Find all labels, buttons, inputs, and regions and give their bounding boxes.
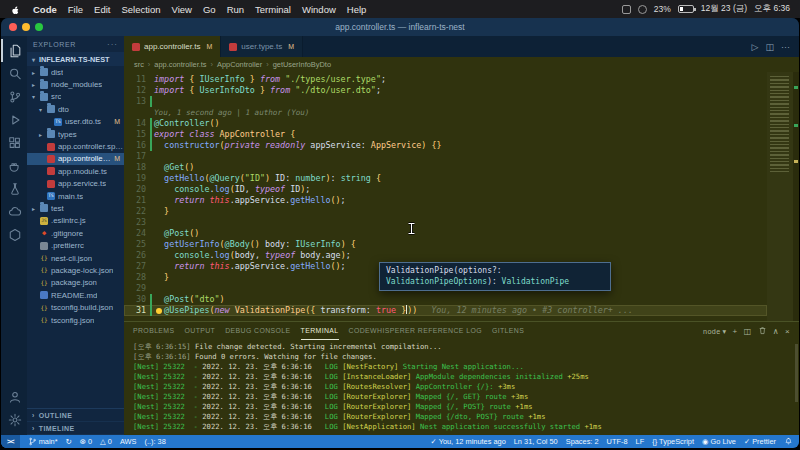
terminal[interactable]: [오후 6:36:15] File change detected. Start…	[124, 340, 799, 435]
docker-icon[interactable]	[1, 154, 27, 177]
terminal-profile-select[interactable]: node ▾	[703, 327, 727, 336]
status-0[interactable]: △0	[100, 437, 112, 446]
tree-item-dist[interactable]: ▸dist	[27, 66, 124, 78]
status-lf[interactable]: LF	[636, 437, 645, 446]
panel-tab-codewhisperer-reference-log[interactable]: CODEWHISPERER REFERENCE LOG	[349, 322, 482, 340]
menu-window[interactable]: Window	[302, 4, 336, 15]
code-line[interactable]: 14@Controller()	[124, 118, 767, 129]
more-actions-icon[interactable]: ···	[107, 40, 118, 49]
tree-item-prettierrc[interactable]: .prettierrc	[27, 239, 124, 251]
status-ln-31-col-50[interactable]: Ln 31, Col 50	[514, 437, 558, 446]
code-line[interactable]: 22 }	[124, 206, 767, 217]
overview-ruler[interactable]	[793, 72, 799, 321]
code-area[interactable]: 11import { IUserInfo } from "./types/use…	[124, 72, 767, 321]
breadcrumb-item-app-controller-ts[interactable]: app.controller.ts	[154, 60, 206, 69]
menu-go[interactable]: Go	[203, 4, 216, 15]
code-line[interactable]: 26 console.log(body, typeof body.age);	[124, 250, 767, 261]
code-line[interactable]: 11import { IUserInfo } from "./types/use…	[124, 74, 767, 85]
breadcrumb-item-getuserinfobydto[interactable]: getUserInfoByDto	[273, 60, 331, 69]
code-line[interactable]: 15export class AppController {	[124, 129, 767, 140]
menu-code[interactable]: Code	[33, 4, 57, 15]
section-timeline[interactable]: ›TIMELINE	[27, 422, 124, 435]
tab-user-type-ts[interactable]: user.type.tsM	[221, 36, 303, 57]
minimap[interactable]	[767, 72, 793, 321]
lightbulb-icon[interactable]	[156, 308, 162, 314]
source-control-icon[interactable]	[1, 85, 27, 108]
split-terminal-icon[interactable]: ◫	[744, 327, 752, 336]
tree-item-app-service-ts[interactable]: app.service.ts	[27, 178, 124, 190]
tree-item-app-module-ts[interactable]: app.module.ts	[27, 165, 124, 177]
kill-terminal-icon[interactable]	[758, 326, 767, 337]
split-editor-icon[interactable]: ◫	[765, 42, 774, 52]
new-terminal-icon[interactable]: +	[733, 327, 738, 336]
menubar-status-icon[interactable]	[638, 5, 647, 14]
panel-tab-debug-console[interactable]: DEBUG CONSOLE	[225, 322, 290, 340]
menu-terminal[interactable]: Terminal	[255, 4, 291, 15]
run-icon[interactable]: ▷	[752, 42, 759, 52]
status-go-live[interactable]: ◉Go Live	[702, 437, 736, 446]
status-0[interactable]: ⊗0	[80, 437, 92, 446]
panel-tab-gitlens[interactable]: GITLENS	[492, 322, 524, 340]
zoom-button[interactable]	[35, 23, 43, 31]
status-prettier[interactable]: ✓Prettier	[744, 437, 776, 446]
settings-icon[interactable]	[1, 408, 27, 431]
menu-run[interactable]: Run	[227, 4, 244, 15]
terminal-scrollbar[interactable]	[795, 344, 798, 402]
menu-view[interactable]: View	[172, 4, 192, 15]
tree-item-eslintrc-js[interactable]: JS.eslintrc.js	[27, 215, 124, 227]
aws-icon[interactable]	[1, 200, 27, 223]
search-icon[interactable]	[1, 62, 27, 85]
tree-item-readme-md[interactable]: README.md	[27, 289, 124, 301]
code-line[interactable]: 17	[124, 151, 767, 162]
editor[interactable]: 11import { IUserInfo } from "./types/use…	[124, 72, 799, 321]
section-outline[interactable]: ›OUTLINE	[27, 409, 124, 422]
close-button[interactable]	[9, 23, 17, 31]
run-debug-icon[interactable]	[1, 108, 27, 131]
code-line[interactable]: 25 getUserInfo(@Body() body: IUserInfo) …	[124, 239, 767, 250]
tree-item-app-controller-spec-ts[interactable]: app.controller.spec.ts	[27, 140, 124, 152]
panel-tab-output[interactable]: OUTPUT	[185, 322, 216, 340]
menu-edit[interactable]: Edit	[94, 4, 110, 15]
code-line[interactable]: 13	[124, 96, 767, 107]
code-line[interactable]: 23	[124, 217, 767, 228]
code-line[interactable]: 21 return this.appService.getHello();	[124, 195, 767, 206]
close-panel-icon[interactable]: ×	[785, 327, 790, 336]
codelens-row[interactable]: You, 1 second ago | 1 author (You)	[124, 107, 767, 118]
status-you-12-minutes-ago[interactable]: ✓You, 12 minutes ago	[430, 437, 505, 446]
more-actions-icon[interactable]: ···	[781, 42, 790, 52]
tab-app-controller-ts[interactable]: app.controller.tsM	[124, 36, 221, 57]
tree-item-tsconfig-json[interactable]: {}tsconfig.json	[27, 314, 124, 326]
tree-item-gitignore[interactable]: ◆.gitignore	[27, 227, 124, 239]
menu-file[interactable]: File	[68, 4, 83, 15]
testing-icon[interactable]	[1, 177, 27, 200]
tree-item-package-json[interactable]: {}package.json	[27, 277, 124, 289]
panel-tab-problems[interactable]: PROBLEMS	[133, 322, 175, 340]
status-38[interactable]: (..): 38	[144, 437, 165, 446]
status-main[interactable]: main*	[28, 437, 58, 446]
menu-selection[interactable]: Selection	[121, 4, 160, 15]
tree-item-dto[interactable]: ▾dto	[27, 103, 124, 115]
status-utf-8[interactable]: UTF-8	[607, 437, 628, 446]
breadcrumb-item-appcontroller[interactable]: AppController	[217, 60, 262, 69]
code-line[interactable]: 31 @UsePipes(new ValidationPipe({ transf…	[124, 305, 767, 316]
menubar-time[interactable]: 오후 6:36	[754, 3, 790, 15]
apple-menu-icon[interactable]	[10, 3, 22, 15]
status-aws[interactable]: AWS	[120, 437, 137, 446]
tree-item-package-lock-json[interactable]: {}package-lock.json	[27, 264, 124, 276]
tree-item-src[interactable]: ▾src	[27, 91, 124, 103]
code-line[interactable]: 20 console.log(ID, typeof ID);	[124, 184, 767, 195]
maximize-panel-icon[interactable]: ∧	[773, 327, 779, 336]
tree-item-nest-cli-json[interactable]: {}nest-cli.json	[27, 252, 124, 264]
nestjs-icon[interactable]	[1, 223, 27, 246]
code-line[interactable]: 19 getHello(@Query("ID") ID: number): st…	[124, 173, 767, 184]
status-typescript[interactable]: {}TypeScript	[652, 437, 694, 446]
status-spaces-2[interactable]: Spaces: 2	[566, 437, 599, 446]
tree-item-app-controller-ts[interactable]: app.controller.tsM	[27, 153, 124, 165]
minimize-button[interactable]	[22, 23, 30, 31]
code-line[interactable]: 18 @Get()	[124, 162, 767, 173]
tree-item-tsconfig-build-json[interactable]: {}tsconfig.build.json	[27, 301, 124, 313]
status-bell[interactable]	[784, 437, 793, 446]
explorer-icon[interactable]	[1, 39, 27, 62]
menu-help[interactable]: Help	[347, 4, 367, 15]
menubar-date[interactable]: 12월 23 (금)	[701, 3, 747, 15]
